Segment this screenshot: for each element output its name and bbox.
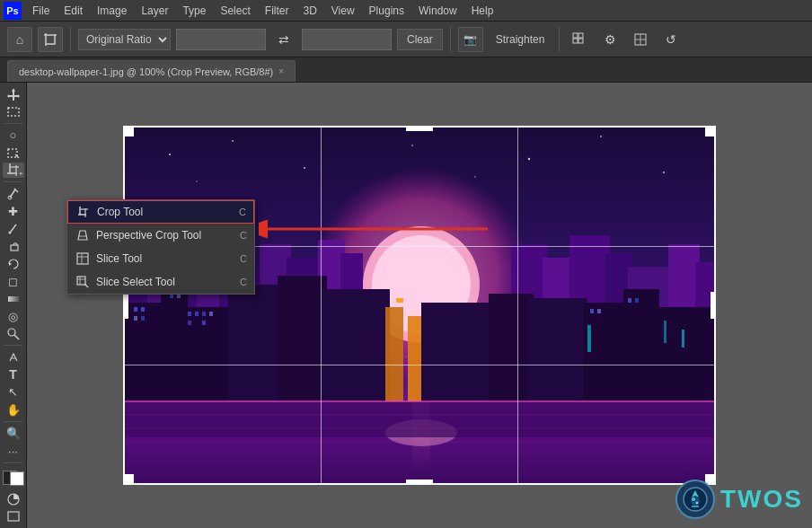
svg-rect-74 xyxy=(202,312,206,316)
ctx-slice-select-icon xyxy=(75,274,91,290)
menu-edit[interactable]: Edit xyxy=(57,3,90,19)
camera-icon[interactable]: 📷 xyxy=(458,27,483,52)
more-tools[interactable]: ··· xyxy=(3,443,24,459)
rotate-icon[interactable]: ↺ xyxy=(658,27,684,52)
width-input[interactable] xyxy=(176,29,266,50)
svg-point-42 xyxy=(474,176,476,178)
ctx-slice-select[interactable]: Slice Select Tool C xyxy=(67,270,254,294)
svg-rect-69 xyxy=(141,316,145,321)
svg-rect-79 xyxy=(278,276,327,401)
ctx-crop-tool[interactable]: Crop Tool C xyxy=(67,200,254,224)
document-canvas xyxy=(123,126,716,485)
color-picker[interactable] xyxy=(3,471,24,487)
eyedropper-tool[interactable] xyxy=(3,186,24,202)
pen-tool[interactable] xyxy=(3,349,24,365)
menu-image[interactable]: Image xyxy=(90,3,134,19)
screen-mode-button[interactable] xyxy=(3,509,24,525)
dodge-tool[interactable] xyxy=(3,326,24,342)
object-selection-tool[interactable] xyxy=(3,145,24,161)
grid-line-v2 xyxy=(517,128,518,483)
svg-line-117 xyxy=(84,284,88,287)
marquee-tool[interactable] xyxy=(3,104,24,120)
menu-layer[interactable]: Layer xyxy=(134,3,175,19)
brush-tool[interactable] xyxy=(3,221,24,237)
history-brush-tool[interactable] xyxy=(3,256,24,272)
ctx-perspective-crop[interactable]: Perspective Crop Tool C xyxy=(67,224,254,247)
menu-plugins[interactable]: Plugins xyxy=(362,3,411,19)
svg-point-41 xyxy=(196,180,198,182)
menu-filter[interactable]: Filter xyxy=(258,3,296,19)
stamp-tool[interactable] xyxy=(3,238,24,254)
svg-rect-93 xyxy=(635,298,639,303)
svg-rect-5 xyxy=(573,33,578,38)
path-selection-tool[interactable]: ↖ xyxy=(3,384,24,400)
svg-rect-95 xyxy=(664,321,666,343)
settings-icon[interactable]: ⚙ xyxy=(597,27,622,52)
ctx-crop-icon xyxy=(75,204,92,220)
svg-point-39 xyxy=(600,136,602,137)
app-logo: Ps xyxy=(4,2,22,20)
swap-icon[interactable]: ⇄ xyxy=(271,27,296,52)
watermark-logo xyxy=(675,480,715,519)
menu-bar: Ps File Edit Image Layer Type Select Fil… xyxy=(0,0,812,22)
svg-rect-8 xyxy=(578,39,583,43)
svg-point-24 xyxy=(8,231,11,233)
crop-tool-button[interactable]: ▸ xyxy=(3,163,24,179)
straighten-button[interactable]: Straighten xyxy=(489,29,552,50)
lt-separator-4 xyxy=(4,421,22,422)
healing-tool[interactable]: ✚ xyxy=(3,203,24,219)
svg-rect-80 xyxy=(322,289,390,401)
ctx-crop-label: Crop Tool xyxy=(97,206,234,218)
ctx-perspective-label: Perspective Crop Tool xyxy=(96,229,234,242)
svg-point-34 xyxy=(169,154,171,155)
ratio-select[interactable]: Original Ratio 1:1 4:3 16:9 Custom xyxy=(78,29,171,50)
zoom-tool[interactable]: 🔍 xyxy=(3,426,24,442)
grid-icon[interactable] xyxy=(567,27,592,52)
height-input[interactable] xyxy=(302,29,392,50)
toolbar-separator-3 xyxy=(559,27,560,52)
canvas-area: Crop Tool C Perspective Crop Tool C xyxy=(27,83,812,528)
type-tool[interactable]: T xyxy=(3,367,24,383)
eraser-tool[interactable]: ◻ xyxy=(3,273,24,289)
grid-line-h2 xyxy=(125,365,714,365)
menu-view[interactable]: View xyxy=(324,3,362,19)
quick-mask-button[interactable] xyxy=(3,491,24,507)
crop-tool-option[interactable] xyxy=(38,27,63,52)
blur-tool[interactable]: ◎ xyxy=(3,308,24,324)
hand-tool[interactable]: ✋ xyxy=(3,402,24,418)
clear-button[interactable]: Clear xyxy=(397,29,443,50)
crop-handle-ml[interactable] xyxy=(123,292,128,319)
crop-shield-icon[interactable] xyxy=(628,27,653,52)
crop-handle-tm[interactable] xyxy=(406,126,433,131)
svg-rect-84 xyxy=(421,303,493,401)
svg-rect-72 xyxy=(188,312,191,316)
grid-line-v1 xyxy=(321,128,322,483)
menu-help[interactable]: Help xyxy=(464,3,501,19)
svg-rect-68 xyxy=(134,316,137,321)
document-tab[interactable]: desktop-wallpaper-1.jpg @ 100% (Crop Pre… xyxy=(7,60,296,82)
menu-type[interactable]: Type xyxy=(175,3,213,19)
tab-close-button[interactable]: × xyxy=(278,66,284,76)
gradient-tool[interactable] xyxy=(3,291,24,307)
svg-rect-27 xyxy=(8,296,19,302)
ctx-slice-icon xyxy=(75,251,91,267)
svg-rect-90 xyxy=(590,309,594,313)
svg-line-29 xyxy=(14,335,19,339)
menu-window[interactable]: Window xyxy=(411,3,464,19)
menu-3d[interactable]: 3D xyxy=(296,3,323,19)
move-tool[interactable] xyxy=(3,86,24,102)
ctx-slice-tool[interactable]: Slice Tool C xyxy=(67,247,254,270)
svg-rect-78 xyxy=(228,285,282,401)
svg-rect-32 xyxy=(8,512,19,521)
menu-select[interactable]: Select xyxy=(213,3,257,19)
svg-rect-67 xyxy=(141,307,145,312)
ctx-perspective-icon xyxy=(75,227,91,243)
menu-file[interactable]: File xyxy=(25,3,57,19)
svg-rect-77 xyxy=(202,321,206,325)
lt-separator-3 xyxy=(4,345,22,346)
crop-handle-tl[interactable] xyxy=(123,126,134,136)
toolbar-separator-1 xyxy=(70,27,71,52)
lasso-tool[interactable]: ○ xyxy=(3,128,24,144)
watermark-text: TWOS xyxy=(720,485,803,514)
home-button[interactable]: ⌂ xyxy=(7,27,32,52)
